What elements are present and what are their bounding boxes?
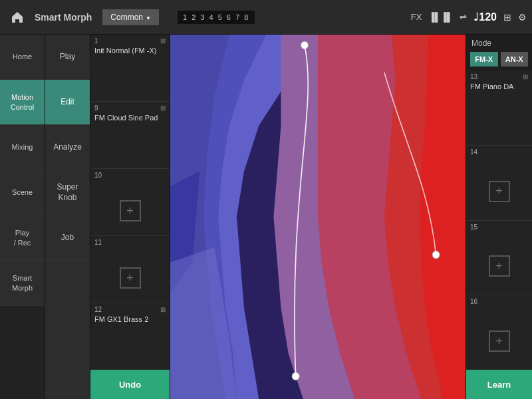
slot-1-name: Init Normal (FM -X)	[94, 46, 166, 55]
sidebar-item-play-rec[interactable]: Play/ Rec	[0, 215, 45, 261]
sec-nav-analyze[interactable]: Analyze	[45, 125, 90, 170]
usb-icon: ⇌	[460, 12, 467, 22]
slot-12[interactable]: 12 ⊞ FM GX1 Brass 2	[90, 303, 170, 370]
slot-1[interactable]: 1 ⊞ Init Normal (FM -X)	[90, 35, 170, 102]
slot-10-add-icon[interactable]: +	[120, 200, 141, 221]
sec-nav-job[interactable]: Job	[45, 215, 90, 261]
right-slot-15-add-icon[interactable]: +	[489, 255, 510, 277]
right-slot-13-number: 13	[470, 73, 528, 80]
slot-11-number: 11	[94, 239, 166, 246]
mode-header: Mode	[466, 35, 532, 52]
gear-icon[interactable]: ⚙	[518, 12, 527, 23]
grid-icon[interactable]: ⊞	[503, 12, 511, 23]
right-slot-16-number: 16	[470, 298, 528, 305]
main-content: Home MotionControl Mixing Scene Play/ Re…	[0, 35, 532, 399]
app-title: Smart Morph	[35, 12, 92, 23]
right-slot-16-add-icon[interactable]: +	[489, 331, 510, 352]
right-slot-13[interactable]: 13 ⊞ FM Piano DA	[466, 70, 532, 146]
common-button[interactable]: Common	[102, 9, 159, 25]
slot-12-number: 12	[94, 306, 166, 313]
sidebar-item-smart-morph[interactable]: SmartMorph	[0, 261, 45, 306]
left-nav: Home MotionControl Mixing Scene Play/ Re…	[0, 35, 45, 399]
top-bar: Smart Morph Common 1 2 3 4 5 6 7 8 FX ▐▌…	[0, 0, 532, 35]
slot-12-icon: ⊞	[160, 306, 166, 313]
right-slot-15[interactable]: 15 +	[466, 221, 532, 296]
sidebar-item-home[interactable]: Home	[0, 35, 45, 80]
slot-9[interactable]: 9 ⊞ FM Cloud Sine Pad	[90, 102, 170, 169]
right-slot-14[interactable]: 14 +	[466, 146, 532, 221]
mode-fmx-button[interactable]: FM-X	[470, 52, 498, 66]
left-slots-panel: 1 ⊞ Init Normal (FM -X) 9 ⊞ FM Cloud Sin…	[90, 35, 170, 399]
sidebar-item-scene[interactable]: Scene	[0, 170, 45, 215]
mode-anx-button[interactable]: AN-X	[501, 52, 529, 66]
right-slot-13-icon: ⊞	[523, 73, 528, 80]
home-icon[interactable]	[5, 5, 29, 29]
right-slot-14-add-icon[interactable]: +	[489, 181, 510, 202]
sidebar-item-mixing[interactable]: Mixing	[0, 125, 45, 170]
right-slot-16[interactable]: 16 +	[466, 295, 532, 370]
morph-canvas[interactable]	[170, 35, 466, 399]
part-numbers: 1 2 3 4 5 6 7 8	[178, 11, 255, 24]
sec-nav-super-knob[interactable]: SuperKnob	[45, 170, 90, 215]
panel-area: 1 ⊞ Init Normal (FM -X) 9 ⊞ FM Cloud Sin…	[90, 35, 532, 399]
slot-10[interactable]: 10 +	[90, 169, 170, 236]
secondary-nav: Play Edit Analyze SuperKnob Job	[45, 35, 90, 399]
sidebar-item-motion-control[interactable]: MotionControl	[0, 80, 45, 125]
slot-12-name: FM GX1 Brass 2	[94, 315, 166, 324]
slot-11[interactable]: 11 +	[90, 236, 170, 303]
tempo-display[interactable]: ♩120	[473, 11, 497, 23]
right-slot-15-number: 15	[470, 223, 528, 231]
fx-label[interactable]: FX	[411, 12, 422, 22]
right-slot-14-number: 14	[470, 148, 528, 156]
slot-9-name: FM Cloud Sine Pad	[94, 113, 166, 122]
mode-buttons: FM-X AN-X	[466, 52, 532, 70]
slot-1-number: 1	[94, 37, 166, 45]
slot-11-add-icon[interactable]: +	[120, 267, 141, 289]
right-slot-13-name: FM Piano DA	[470, 82, 528, 91]
slot-10-number: 10	[94, 172, 166, 179]
right-panel: Mode FM-X AN-X 13 ⊞ FM Piano DA 14 + 15	[466, 35, 532, 399]
morph-visualization	[170, 35, 466, 399]
sec-nav-play[interactable]: Play	[45, 35, 90, 80]
slot-1-icon: ⊞	[160, 37, 166, 45]
undo-button[interactable]: Undo	[90, 370, 170, 399]
top-icons: FX ▐▌▐▌ ⇌ ♩120 ⊞ ⚙	[411, 11, 527, 23]
sec-nav-edit[interactable]: Edit	[45, 80, 90, 125]
slot-9-number: 9	[94, 104, 166, 112]
slot-9-icon: ⊞	[160, 104, 166, 112]
bars-icon[interactable]: ▐▌▐▌	[428, 12, 453, 22]
